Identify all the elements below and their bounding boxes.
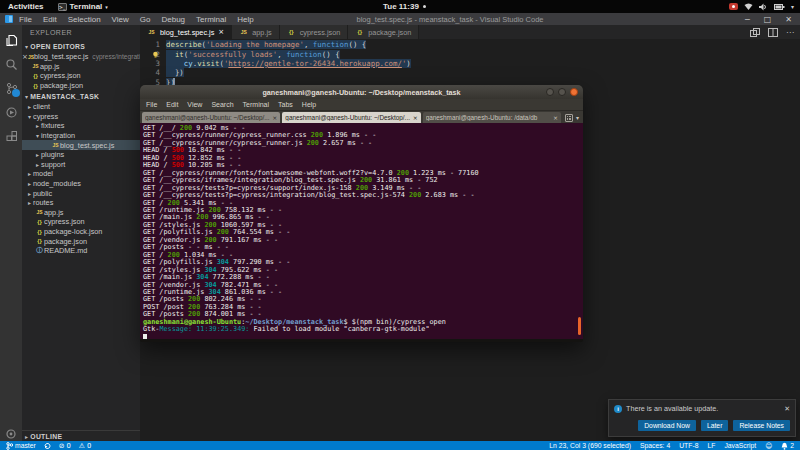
terminal-menu-file[interactable]: File (146, 101, 157, 108)
debug-icon[interactable] (0, 101, 22, 123)
sync-button[interactable] (44, 442, 51, 450)
download-now-button[interactable]: Download Now (638, 420, 696, 431)
menu-selection[interactable]: Selection (68, 15, 101, 24)
tree-folder-node_modules[interactable]: ▸node_modules (22, 179, 140, 189)
notifications-bell[interactable]: 2 (781, 442, 794, 450)
clock[interactable]: Tue 11:39 (383, 0, 426, 13)
tree-label: app.js (44, 208, 63, 217)
toggle-layout-icon[interactable] (750, 28, 760, 37)
tree-file-README.md[interactable]: ⓘREADME.md (22, 246, 140, 256)
tree-folder-integration[interactable]: ▾integration (22, 131, 140, 141)
tree-file-package.json[interactable]: {}package.json (22, 236, 140, 246)
terminal-menu-search[interactable]: Search (211, 101, 233, 108)
terminal-tab-1[interactable]: ganeshmani@ganesh-Ubuntu: ~/Desktop/...× (142, 112, 280, 123)
tab-app.js[interactable]: JSapp.js (232, 25, 279, 39)
system-tray[interactable]: ▾ (729, 0, 794, 13)
more-actions-icon[interactable]: ⋯ (786, 28, 794, 37)
menu-view[interactable]: View (112, 15, 129, 24)
explorer-icon[interactable] (0, 29, 22, 51)
terminal-menu-tabs[interactable]: Tabs (278, 101, 293, 108)
tab-package.json[interactable]: {}package.json (348, 25, 419, 39)
terminal-window[interactable]: ganeshmani@ganesh-Ubuntu: ~/Desktop/mean… (140, 85, 583, 342)
menu-terminal[interactable]: Terminal (196, 15, 226, 24)
status-utf-8[interactable]: UTF-8 (679, 442, 698, 449)
source-control-icon[interactable] (0, 77, 22, 99)
tab-cypress.json[interactable]: {}cypress.json (280, 25, 349, 39)
terminal-tab-2[interactable]: ganeshmani@ganesh-Ubuntu: ~/Desktop/...× (282, 112, 420, 123)
minimize-button[interactable]: ─ (745, 15, 750, 24)
desktop: Activities >_ Terminal ▾ Tue 11:39 ▾ Fil… (0, 0, 800, 450)
tree-file-blog_test.spec.js[interactable]: JSblog_test.spec.js (22, 140, 140, 150)
status-javascript[interactable]: JavaScript (724, 442, 756, 449)
notification-close-icon[interactable]: ✕ (784, 405, 790, 413)
open-editor-item[interactable]: {}package.json (22, 81, 140, 91)
tab-close-icon[interactable]: × (218, 28, 224, 36)
lightbulb-icon[interactable] (152, 51, 159, 58)
app-menu-terminal[interactable]: >_ Terminal ▾ (58, 2, 108, 11)
later-button[interactable]: Later (701, 420, 729, 431)
menu-file[interactable]: File (19, 15, 32, 24)
terminal-tab-close-icon[interactable]: × (272, 114, 277, 121)
close-button[interactable]: ✕ (785, 15, 792, 24)
tree-folder-model[interactable]: ▸model (22, 169, 140, 179)
terminal-scrollbar[interactable] (578, 317, 581, 335)
git-branch-indicator[interactable]: master (6, 442, 36, 450)
tree-file-package-lock.json[interactable]: {}package-lock.json (22, 227, 140, 237)
warning-icon: ⚠ (79, 442, 85, 450)
outline-header[interactable]: ▸OUTLINE (22, 430, 140, 441)
terminal-tab-close-icon[interactable]: × (413, 114, 418, 121)
status-lf[interactable]: LF (707, 442, 715, 449)
gtk-message-line: Gtk-Message: 11:39:25.349: Failed to loa… (143, 326, 583, 333)
extensions-icon[interactable] (0, 125, 22, 147)
problems-errors[interactable]: ⊘0 (59, 442, 71, 450)
terminal-tab-3[interactable]: ganeshmani@ganesh-Ubuntu: /data/db× (423, 112, 561, 123)
open-editor-item[interactable]: {}cypress.json (22, 71, 140, 81)
tree-folder-public[interactable]: ▸public (22, 188, 140, 198)
tree-folder-plugins[interactable]: ▸plugins (22, 150, 140, 160)
open-editor-item[interactable]: JSapp.js (22, 62, 140, 72)
feedback-smiley-icon[interactable]: ☺ (765, 442, 772, 450)
open-editor-item[interactable]: ×JSblog_test.spec.jscypress/integration (22, 52, 140, 62)
project-header[interactable]: ▾MEANSTACK_TASK (22, 91, 140, 102)
chevron-down-icon[interactable]: ▾ (576, 114, 579, 121)
release-notes-button[interactable]: Release Notes (733, 420, 790, 431)
tree-folder-client[interactable]: ▸client (22, 102, 140, 112)
branch-icon (6, 442, 13, 450)
terminal-close-button[interactable] (570, 88, 578, 96)
maximize-button[interactable]: □ (764, 15, 772, 24)
tab-blog_test.spec.js[interactable]: JSblog_test.spec.js× (140, 25, 232, 39)
terminal-output[interactable]: GET /__/ 200 9.042 ms - -GET /__cypress/… (140, 123, 583, 339)
search-icon[interactable] (0, 53, 22, 75)
menu-edit[interactable]: Edit (43, 15, 57, 24)
editor-actions: ⋯ (750, 28, 794, 37)
terminal-menu-edit[interactable]: Edit (166, 101, 178, 108)
menu-go[interactable]: Go (140, 15, 151, 24)
tree-file-app.js[interactable]: JSapp.js (22, 208, 140, 218)
file-tree: ▸client▾cypress▸fixtures▾integrationJSbl… (22, 102, 140, 256)
terminal-title-bar[interactable]: ganeshmani@ganesh-Ubuntu: ~/Desktop/mean… (140, 85, 583, 99)
status-ln[interactable]: Ln 23, Col 3 (690 selected) (549, 442, 631, 449)
split-editor-icon[interactable] (768, 28, 778, 37)
tree-folder-cypress[interactable]: ▾cypress (22, 112, 140, 122)
tab-label: package.json (368, 28, 411, 37)
terminal-maximize-button[interactable] (558, 88, 566, 96)
terminal-menu-terminal[interactable]: Terminal (243, 101, 269, 108)
problems-warnings[interactable]: ⚠0 (79, 442, 91, 450)
open-editors-header[interactable]: ▾OPEN EDITORS (22, 41, 140, 52)
battery-icon (774, 3, 785, 11)
terminal-tab-close-icon[interactable]: × (553, 114, 558, 121)
terminal-menu-view[interactable]: View (187, 101, 202, 108)
tree-file-cypress.json[interactable]: {}cypress.json (22, 217, 140, 227)
tree-label: cypress (33, 112, 58, 121)
tab-list-icon[interactable] (565, 114, 573, 122)
tree-folder-support[interactable]: ▸support (22, 160, 140, 170)
status-spaces[interactable]: Spaces: 4 (640, 442, 670, 449)
terminal-menu-help[interactable]: Help (302, 101, 316, 108)
menu-help[interactable]: Help (237, 15, 253, 24)
menu-debug[interactable]: Debug (161, 15, 185, 24)
scm-badge (12, 89, 20, 97)
tree-folder-routes[interactable]: ▸routes (22, 198, 140, 208)
activities-button[interactable]: Activities (8, 2, 44, 11)
tree-folder-fixtures[interactable]: ▸fixtures (22, 121, 140, 131)
terminal-minimize-button[interactable] (546, 88, 554, 96)
